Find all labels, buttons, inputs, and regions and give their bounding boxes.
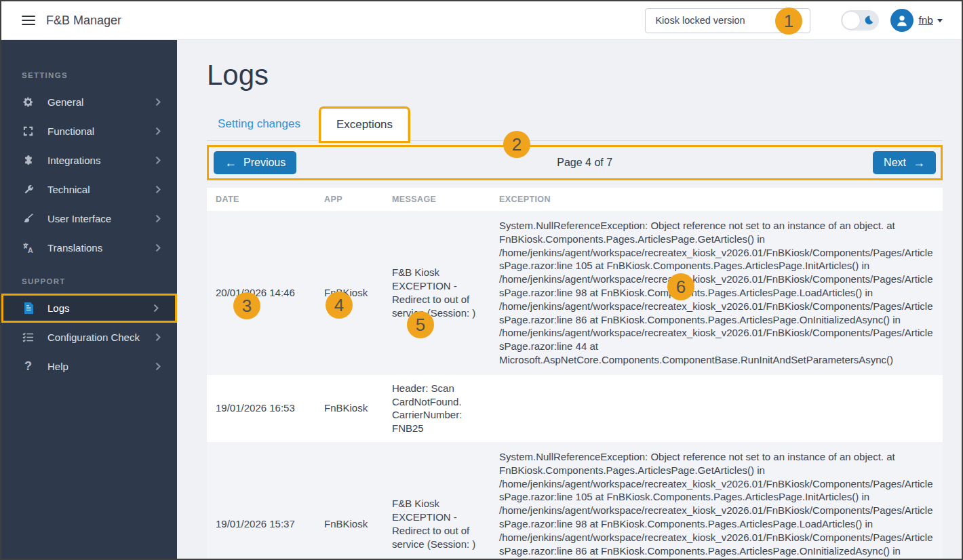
svg-text:A: A	[28, 246, 33, 254]
main-content: Logs Setting changes Exceptions ← Previo…	[177, 40, 962, 559]
toggle-knob	[842, 11, 861, 30]
sidebar-item-functional[interactable]: Functional	[1, 117, 177, 146]
sidebar-item-integrations[interactable]: Integrations	[1, 146, 177, 175]
column-header-message: MESSAGE	[383, 188, 490, 211]
callout-5: 5	[407, 311, 434, 338]
cell-app: FnBKiosk	[315, 395, 383, 422]
callout-2: 2	[503, 131, 530, 158]
cell-message: F&B Kiosk EXCEPTION - Redirect to out of…	[383, 259, 490, 326]
moon-icon	[863, 15, 874, 26]
chevron-right-icon	[155, 362, 161, 371]
sidebar-item-configuration-check[interactable]: Configuration Check	[1, 323, 177, 352]
page-status: Page 4 of 7	[296, 157, 873, 169]
tab-exceptions[interactable]: Exceptions	[321, 108, 408, 141]
arrow-right-icon: →	[913, 157, 925, 169]
table-row: 19/01/2026 15:37 FnBKiosk F&B Kiosk EXCE…	[207, 442, 943, 559]
cell-date: 20/01/2026 14:46	[207, 279, 315, 306]
cell-exception: System.NullReferenceException: Object re…	[490, 211, 943, 375]
sidebar-item-label: Technical	[47, 184, 90, 195]
next-button[interactable]: Next →	[873, 151, 936, 174]
chevron-right-icon	[155, 98, 161, 106]
chevron-right-icon	[153, 304, 159, 313]
cell-exception: System.NullReferenceException: Object re…	[490, 442, 943, 559]
user-menu[interactable]: fnb	[918, 14, 943, 26]
question-icon: ?	[22, 359, 35, 374]
expand-icon	[22, 126, 35, 136]
wrench-icon	[22, 184, 35, 195]
sidebar-item-user-interface[interactable]: User Interface	[1, 204, 177, 233]
sidebar: SETTINGS General Functional Integrations…	[1, 40, 177, 559]
previous-button[interactable]: ← Previous	[214, 151, 296, 174]
sidebar-item-label: Help	[47, 361, 68, 372]
table-row: 20/01/2026 14:46 FnBKiosk F&B Kiosk EXCE…	[207, 211, 943, 375]
app-title: F&B Manager	[46, 14, 121, 28]
chevron-right-icon	[155, 185, 161, 194]
translate-icon: A	[22, 242, 35, 254]
sidebar-item-general[interactable]: General	[1, 87, 177, 117]
sidebar-section-support: SUPPORT	[1, 262, 177, 294]
chevron-right-icon	[155, 127, 161, 136]
paintbrush-icon	[22, 214, 35, 224]
user-icon	[895, 13, 909, 28]
cell-message: Header: Scan CardNotFound. CarrierNumber…	[383, 375, 490, 442]
hamburger-icon[interactable]	[22, 16, 35, 26]
chevron-right-icon	[155, 214, 161, 223]
sidebar-section-settings: SETTINGS	[1, 40, 177, 87]
username: fnb	[918, 14, 933, 26]
checklist-icon	[22, 332, 35, 342]
sidebar-item-label: Translations	[47, 242, 102, 254]
sidebar-item-label: Integrations	[47, 155, 100, 166]
cell-date: 19/01/2026 15:37	[207, 511, 315, 538]
callout-1: 1	[775, 7, 802, 35]
column-header-app: APP	[315, 188, 383, 211]
sidebar-item-label: User Interface	[47, 213, 111, 224]
table-row: 19/01/2026 16:53 FnBKiosk Header: Scan C…	[207, 375, 943, 442]
sidebar-item-label: Functional	[47, 125, 94, 137]
table-header-row: DATE APP MESSAGE EXCEPTION	[207, 188, 943, 211]
sidebar-item-label: General	[47, 96, 83, 108]
sidebar-item-logs[interactable]: Logs	[1, 294, 177, 323]
sidebar-item-help[interactable]: ? Help	[1, 352, 177, 381]
column-header-date: DATE	[207, 188, 315, 211]
chevron-right-icon	[155, 156, 161, 165]
arrow-left-icon: ←	[224, 157, 237, 169]
next-button-label: Next	[884, 157, 906, 169]
version-select-value: Kiosk locked version	[655, 15, 745, 26]
callout-3: 3	[233, 292, 260, 319]
cell-app: FnBKiosk	[315, 511, 383, 538]
exceptions-table: DATE APP MESSAGE EXCEPTION 20/01/2026 14…	[207, 188, 943, 559]
puzzle-icon	[22, 155, 35, 166]
callout-6: 6	[667, 273, 694, 300]
previous-button-label: Previous	[243, 157, 286, 169]
pagination-bar: ← Previous Page 4 of 7 Next →	[207, 145, 943, 180]
theme-toggle[interactable]	[841, 10, 879, 31]
column-header-exception: EXCEPTION	[490, 188, 943, 211]
cell-exception	[490, 400, 943, 416]
table-body: 20/01/2026 14:46 FnBKiosk F&B Kiosk EXCE…	[207, 211, 943, 559]
tab-bar: Setting changes Exceptions	[207, 108, 943, 141]
app-window: F&B Manager Kiosk locked version fnb SET…	[0, 0, 963, 560]
chevron-right-icon	[155, 243, 161, 252]
page-title: Logs	[207, 59, 943, 92]
chevron-right-icon	[155, 333, 161, 342]
avatar[interactable]	[890, 9, 913, 32]
sidebar-item-translations[interactable]: A Translations	[1, 233, 177, 262]
tab-setting-changes[interactable]: Setting changes	[207, 108, 311, 140]
sidebar-item-label: Logs	[47, 302, 70, 314]
cell-date: 19/01/2026 16:53	[207, 395, 315, 422]
sidebar-item-technical[interactable]: Technical	[1, 175, 177, 204]
callout-4: 4	[326, 292, 353, 319]
gear-icon	[22, 96, 35, 108]
cell-message: F&B Kiosk EXCEPTION - Redirect to out of…	[383, 490, 490, 557]
topbar: F&B Manager Kiosk locked version fnb	[1, 1, 962, 40]
sidebar-item-label: Configuration Check	[47, 332, 140, 343]
caret-down-icon	[937, 19, 943, 22]
document-icon	[22, 302, 35, 314]
